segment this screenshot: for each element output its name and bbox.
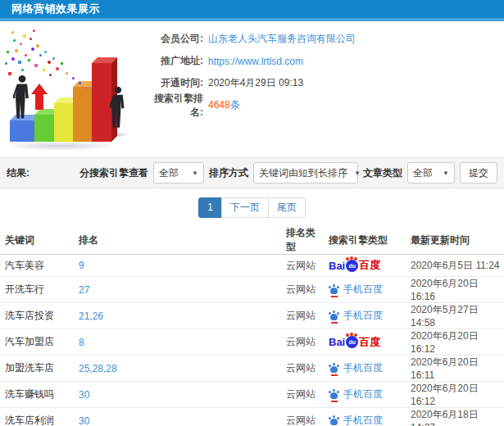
confetti-dot: [44, 51, 47, 53]
baidu-logo: Baidu百度: [329, 258, 380, 273]
col-engine-type: 搜索引擎类型: [324, 226, 406, 255]
rank-link-cell[interactable]: 25,28,28: [74, 356, 281, 382]
rank-type-cell: 云网站: [281, 356, 324, 382]
confetti-dot: [79, 82, 81, 84]
rank-count-label: 搜索引擎排名:: [148, 92, 203, 120]
updated-cell: 2020年6月20日 16:12: [406, 329, 504, 356]
keyword-cell: 加盟洗车店: [0, 356, 74, 382]
keyword-cell: 汽车美容: [0, 255, 74, 277]
next-page-button[interactable]: 下一页: [221, 197, 269, 218]
confetti-dot: [36, 44, 39, 48]
baidu-paw-icon: du: [346, 336, 358, 348]
keyword-cell: 汽车加盟店: [0, 329, 74, 356]
businessman-figure-left: [13, 75, 31, 120]
pagination-wrap: 1 下一页 尾页: [0, 188, 504, 226]
updated-cell: 2020年6月20日 16:11: [406, 356, 504, 382]
rank-link-cell[interactable]: 8: [74, 329, 281, 356]
mobile-baidu-logo: 手机百度: [329, 283, 383, 297]
col-rank: 排名: [74, 226, 281, 255]
baidu-logo: Baidu百度: [329, 335, 380, 350]
rank-link-cell[interactable]: 27: [74, 277, 281, 303]
mobile-baidu-paw-icon: [329, 415, 339, 426]
sort-select[interactable]: 关键词由短到长排序 ▼: [253, 162, 358, 184]
bar-red: [92, 63, 111, 142]
member-company-link[interactable]: 山东老人头汽车服务咨询有限公司: [208, 32, 356, 46]
col-rank-type: 排名类型: [281, 226, 324, 255]
app-header: 网络营销效果展示: [0, 0, 504, 21]
rank-link-cell[interactable]: 30: [74, 382, 281, 408]
confetti-dot: [85, 87, 88, 89]
mobile-baidu-paw-icon: [329, 284, 339, 295]
open-time-value: 2020年4月29日 09:13: [208, 76, 303, 90]
results-table: 关键词 排名 排名类型 搜索引擎类型 最新更新时间 汽车美容9云网站Baidu百…: [0, 226, 504, 426]
confetti-dot: [66, 72, 68, 75]
confetti-dot: [23, 34, 26, 38]
rank-count-unit: 条: [230, 99, 240, 111]
confetti-dot: [11, 57, 15, 61]
filter-bar: 结果: 分搜索引擎查看 全部 ▼ 排序方式 关键词由短到长排序 ▼ 文章类型 全…: [0, 157, 504, 188]
mobile-baidu-logo: 手机百度: [329, 387, 383, 401]
updated-cell: 2020年6月18日 14:27: [406, 408, 504, 426]
confetti-dot: [43, 69, 45, 71]
info-row-member: 会员公司: 山东老人头汽车服务咨询有限公司: [148, 28, 504, 50]
info-row-rank-count: 搜索引擎排名: 4648条: [148, 94, 504, 116]
bar-green: [34, 115, 54, 142]
results-table-body: 汽车美容9云网站Baidu百度2020年6月5日 11:24开洗车行27云网站手…: [0, 255, 504, 426]
mobile-baidu-logo: 手机百度: [329, 361, 383, 375]
confetti-dot: [39, 54, 42, 57]
bar-yellow: [54, 103, 73, 142]
article-type-select[interactable]: 全部 ▼: [407, 162, 455, 184]
engine-type-cell: 手机百度: [324, 408, 406, 426]
company-info: 会员公司: 山东老人头汽车服务咨询有限公司 推广地址: https://www.…: [148, 28, 504, 116]
col-keyword: 关键词: [0, 226, 74, 255]
result-label: 结果:: [7, 166, 30, 180]
mobile-baidu-paw-icon: [329, 389, 339, 400]
engine-filter-value: 全部: [159, 166, 179, 180]
table-row: 洗车店投资21,26云网站手机百度2020年5月27日 14:58: [0, 303, 504, 329]
confetti-dot: [20, 43, 22, 45]
engine-type-cell: Baidu百度: [324, 255, 406, 277]
rank-type-cell: 云网站: [281, 255, 324, 277]
article-type-value: 全部: [413, 166, 433, 180]
mobile-baidu-paw-icon: [329, 310, 339, 321]
table-row: 洗车店利润30云网站手机百度2020年6月18日 14:27: [0, 408, 504, 426]
submit-button[interactable]: 提交: [460, 162, 497, 184]
mobile-baidu-logo: 手机百度: [329, 414, 383, 426]
last-page-button[interactable]: 尾页: [268, 197, 306, 218]
confetti-dot: [21, 69, 24, 71]
page-1-button[interactable]: 1: [198, 197, 222, 218]
rank-type-cell: 云网站: [281, 303, 324, 329]
confetti-dot: [30, 38, 32, 40]
confetti-dot: [7, 51, 9, 53]
confetti-dot: [15, 49, 18, 52]
keyword-cell: 洗车赚钱吗: [0, 382, 74, 408]
confetti-dot: [49, 74, 52, 76]
engine-filter-select[interactable]: 全部 ▼: [153, 162, 204, 184]
sort-value: 关键词由短到长排序: [259, 166, 347, 180]
confetti-dot: [11, 31, 14, 34]
confetti-dot: [13, 39, 16, 42]
chevron-down-icon: ▼: [192, 170, 198, 177]
table-row: 开洗车行27云网站手机百度2020年6月20日 16:16: [0, 277, 504, 303]
confetti-dot: [61, 62, 63, 65]
chevron-down-icon: ▼: [354, 170, 361, 177]
engine-filter-label: 分搜索引擎查看: [79, 166, 148, 180]
businessman-figure-right: [110, 81, 126, 134]
col-updated: 最新更新时间: [406, 226, 504, 255]
article-type-label: 文章类型: [363, 166, 402, 180]
pagination: 1 下一页 尾页: [198, 197, 306, 218]
bar-orange: [73, 87, 92, 142]
confetti-dot: [8, 72, 11, 75]
confetti-dot: [5, 62, 7, 65]
promo-url-link[interactable]: https://www.lrtlsd.com: [208, 56, 303, 67]
confetti-dot: [52, 57, 55, 60]
rank-count-value: 4648条: [208, 98, 240, 112]
open-time-label: 开通时间:: [148, 76, 203, 90]
updated-cell: 2020年6月20日 16:12: [406, 382, 504, 408]
rank-link-cell[interactable]: 30: [74, 408, 281, 426]
rank-link-cell[interactable]: 21,26: [74, 303, 281, 329]
table-row: 汽车美容9云网站Baidu百度2020年6月5日 11:24: [0, 255, 504, 277]
mobile-baidu-paw-icon: [329, 363, 339, 374]
confetti-dot: [48, 61, 51, 64]
rank-link-cell[interactable]: 9: [74, 255, 281, 277]
